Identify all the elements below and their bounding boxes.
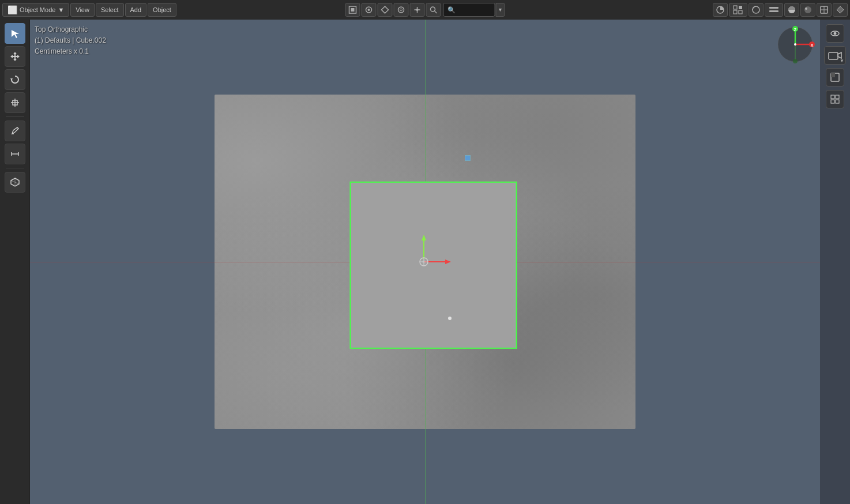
- sidebar-annotate-tool[interactable]: [5, 121, 25, 141]
- sidebar-select-tool[interactable]: [5, 23, 25, 44]
- svg-rect-10: [734, 6, 737, 9]
- transform-btn[interactable]: [410, 3, 425, 17]
- svg-point-6: [416, 9, 419, 11]
- axis-indicator[interactable]: Z X: [775, 24, 815, 65]
- rendered-preview-btn[interactable]: [800, 3, 815, 17]
- svg-rect-37: [836, 95, 839, 99]
- center-toolbar: 🔍 ▼: [345, 0, 505, 20]
- snap-btn[interactable]: [378, 3, 393, 17]
- camera-icon-btn[interactable]: ▼: [824, 46, 846, 65]
- svg-rect-13: [739, 10, 742, 14]
- gizmo-toggle-btn[interactable]: [833, 3, 848, 17]
- sidebar-measure-tool[interactable]: [5, 144, 25, 164]
- viewport-info: Top Orthographic (1) Defaults | Cube.002…: [35, 24, 106, 58]
- svg-line-8: [435, 11, 437, 13]
- svg-point-19: [805, 7, 807, 10]
- render-mode-icon[interactable]: [749, 3, 764, 17]
- svg-point-7: [431, 7, 435, 12]
- svg-rect-16: [769, 10, 778, 12]
- mode-dropdown-icon: ▼: [58, 6, 64, 13]
- svg-rect-36: [831, 95, 834, 99]
- transform-gizmo: [395, 230, 453, 288]
- mouse-cursor: [448, 317, 452, 320]
- render-icon-btn[interactable]: [345, 3, 360, 17]
- scene-label: (1) Defaults | Cube.002: [35, 35, 106, 46]
- search-icon: 🔍: [447, 6, 456, 14]
- svg-rect-12: [734, 10, 737, 14]
- svg-rect-39: [836, 100, 839, 103]
- svg-point-18: [804, 6, 811, 13]
- svg-text:Z: Z: [794, 28, 797, 32]
- viewport-shading-icon[interactable]: [713, 3, 728, 17]
- view-menu[interactable]: View: [70, 3, 95, 17]
- svg-point-56: [793, 59, 798, 63]
- svg-point-57: [794, 43, 796, 46]
- right-toolbar: [713, 0, 850, 20]
- sidebar-divider-2: [6, 168, 24, 168]
- select-menu[interactable]: Select: [96, 3, 124, 17]
- viewport-display-btn[interactable]: [729, 3, 747, 17]
- overlay-toggle-btn[interactable]: [817, 3, 832, 17]
- svg-point-4: [398, 7, 404, 13]
- svg-marker-41: [422, 235, 426, 240]
- proportional-btn[interactable]: [394, 3, 409, 17]
- projection-label: Top Orthographic: [35, 24, 106, 35]
- svg-rect-35: [831, 73, 835, 77]
- object-menu[interactable]: Object: [148, 3, 176, 17]
- material-preview-btn[interactable]: [784, 3, 799, 17]
- mode-label: Object Mode: [20, 6, 55, 13]
- right-sidebar: ▼: [820, 20, 850, 504]
- eye-icon-btn[interactable]: [826, 24, 844, 43]
- search-field[interactable]: 🔍: [443, 3, 495, 17]
- sidebar-divider-1: [6, 116, 24, 117]
- viewport-icon-btn[interactable]: [826, 68, 844, 86]
- svg-rect-32: [829, 52, 838, 59]
- svg-rect-11: [739, 6, 742, 9]
- sidebar-move-tool[interactable]: [5, 46, 25, 67]
- units-label: Centimeters x 0.1: [35, 46, 106, 57]
- search-btn[interactable]: [426, 3, 441, 17]
- add-menu[interactable]: Add: [125, 3, 147, 17]
- svg-rect-15: [769, 7, 778, 9]
- object-origin-indicator: [465, 155, 471, 161]
- left-sidebar: [0, 20, 30, 504]
- svg-marker-33: [838, 52, 841, 58]
- viewport-extra-btn[interactable]: [765, 3, 783, 17]
- sidebar-cube-tool[interactable]: [5, 172, 25, 193]
- svg-rect-38: [831, 100, 834, 103]
- sidebar-scale-tool[interactable]: [5, 92, 25, 113]
- search-dropdown[interactable]: ▼: [496, 3, 505, 17]
- svg-text:X: X: [811, 43, 814, 47]
- svg-marker-43: [445, 259, 451, 264]
- svg-point-3: [368, 9, 370, 11]
- svg-point-5: [400, 9, 403, 11]
- svg-point-31: [834, 32, 837, 35]
- view-toggle-btn[interactable]: [362, 3, 377, 17]
- grid-icon-btn[interactable]: [826, 90, 844, 108]
- svg-rect-1: [351, 8, 355, 12]
- mode-selector[interactable]: ⬜ Object Mode ▼: [2, 3, 69, 17]
- mode-icon: ⬜: [7, 5, 17, 14]
- viewport[interactable]: Top Orthographic (1) Defaults | Cube.002…: [30, 20, 820, 504]
- sidebar-rotate-tool[interactable]: [5, 69, 25, 90]
